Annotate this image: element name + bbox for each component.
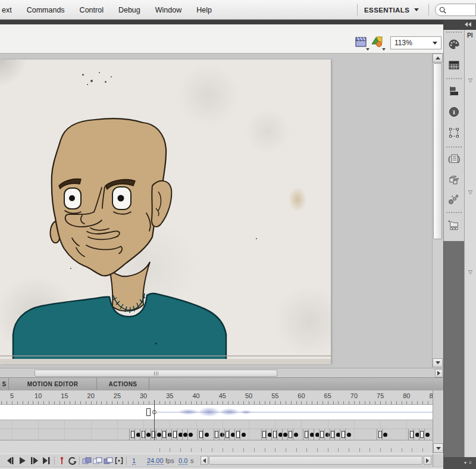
menu-item-commands[interactable]: Commands xyxy=(26,5,65,15)
timeline-ruler[interactable]: 510152025303540455055606570758085 xyxy=(0,390,433,405)
timeline-sound-layer-row[interactable] xyxy=(0,405,433,420)
frame-cell-divider xyxy=(345,429,346,440)
span-end-marker[interactable] xyxy=(236,431,240,438)
tab-actions[interactable]: ACTIONS xyxy=(97,378,149,390)
span-end-marker[interactable] xyxy=(199,431,203,438)
menu-item-window[interactable]: Window xyxy=(155,5,182,15)
svg-text:(: ( xyxy=(448,154,451,163)
dock-grip[interactable] xyxy=(446,78,462,80)
frame-tick xyxy=(359,448,360,452)
stage-vertical-scrollbar[interactable] xyxy=(432,54,443,368)
panel-resize-grip-icon[interactable]: ▾ ≡ xyxy=(464,460,472,465)
edit-multiple-frames-button[interactable] xyxy=(103,456,114,465)
frame-tick xyxy=(254,448,255,452)
section-collapse-icon[interactable]: ▽ xyxy=(468,189,472,195)
menu-item-debug[interactable]: Debug xyxy=(118,5,141,15)
stage-vertical-scroll-thumb[interactable] xyxy=(433,63,442,239)
span-end-marker[interactable] xyxy=(262,431,266,438)
ruler-label: 55 xyxy=(271,392,278,399)
code-snippets-icon[interactable]: ( ) xyxy=(447,151,461,167)
span-end-marker[interactable] xyxy=(320,431,324,438)
keyframe-marker[interactable] xyxy=(242,433,246,437)
span-end-marker[interactable] xyxy=(289,431,292,438)
search-input[interactable] xyxy=(435,4,476,16)
tab-motion-editor[interactable]: MOTION EDITOR xyxy=(9,378,97,390)
span-end-marker[interactable] xyxy=(173,431,177,438)
span-end-marker[interactable] xyxy=(305,431,308,438)
frame-cell-divider xyxy=(414,429,414,440)
menu-item-help[interactable]: Help xyxy=(196,5,212,15)
menu-item-control[interactable]: Control xyxy=(79,5,104,15)
frame-tick xyxy=(170,448,170,452)
keyframe-marker[interactable] xyxy=(425,433,430,437)
span-end-marker[interactable] xyxy=(162,431,166,438)
color-palette-icon[interactable] xyxy=(447,37,461,52)
onion-skin-outlines-button[interactable] xyxy=(92,456,103,465)
loop-playback-button[interactable] xyxy=(67,456,77,465)
sound-keyframe-marker[interactable] xyxy=(146,408,151,416)
edit-symbols-icon xyxy=(370,35,384,49)
onion-skin-button[interactable] xyxy=(82,456,92,465)
keyframe-marker[interactable] xyxy=(189,433,193,437)
ruler-tick xyxy=(201,401,202,404)
frame-cell-divider xyxy=(287,429,288,440)
timeline-below-layers-area[interactable] xyxy=(0,440,433,454)
keyframe-marker[interactable] xyxy=(383,433,387,437)
stage-horizontal-scroll-thumb[interactable] xyxy=(35,370,277,377)
zoom-level-dropdown[interactable]: 113% xyxy=(390,36,441,49)
keyframe-marker[interactable] xyxy=(205,433,209,437)
frame-rate-value[interactable]: 24.00 xyxy=(147,457,164,465)
align-icon[interactable] xyxy=(447,83,461,99)
span-end-marker[interactable] xyxy=(410,431,414,438)
frame-cell-divider xyxy=(314,429,314,440)
dock-grip[interactable] xyxy=(446,32,462,33)
span-end-marker[interactable] xyxy=(420,431,424,438)
span-end-marker[interactable] xyxy=(215,431,218,438)
info-icon[interactable]: i xyxy=(447,104,461,120)
dock-collapse-bar[interactable] xyxy=(443,20,476,30)
step-forward-button[interactable] xyxy=(29,456,39,465)
stage-canvas[interactable] xyxy=(0,60,331,364)
elapsed-time-value[interactable]: 0.0 xyxy=(178,457,187,465)
swatches-icon[interactable] xyxy=(447,58,461,73)
span-end-marker[interactable] xyxy=(342,431,345,438)
free-transform-icon[interactable] xyxy=(447,125,461,140)
keyframe-marker[interactable] xyxy=(294,433,298,437)
current-frame-value[interactable]: 1 xyxy=(132,457,136,465)
scroll-down-button[interactable] xyxy=(433,358,443,367)
edit-symbols-button[interactable] xyxy=(370,35,386,51)
edit-scene-button[interactable] xyxy=(354,35,369,51)
menu-item-ext[interactable]: ext xyxy=(1,5,12,15)
ruler-tick xyxy=(38,401,39,404)
span-end-marker[interactable] xyxy=(131,431,134,438)
stage-horizontal-scrollbar[interactable] xyxy=(0,368,443,377)
keyframe-marker[interactable] xyxy=(347,433,351,437)
workspace-switcher[interactable]: ESSENTIALS xyxy=(364,0,419,20)
collapse-to-icons-icon xyxy=(465,22,471,27)
motion-presets-icon[interactable] xyxy=(447,192,461,207)
timeline-horizontal-scroll-thumb[interactable] xyxy=(209,456,422,465)
timeline-scroll-right-button[interactable] xyxy=(424,456,431,465)
play-button[interactable] xyxy=(17,456,27,465)
section-collapse-icon[interactable]: ▽ xyxy=(468,269,472,275)
span-end-marker[interactable] xyxy=(331,431,334,438)
timeline-playhead[interactable] xyxy=(154,400,155,440)
components-icon[interactable] xyxy=(447,172,461,187)
timeline-scroll-left-button[interactable] xyxy=(201,456,208,465)
span-end-marker[interactable] xyxy=(226,431,229,438)
center-frame-button[interactable] xyxy=(57,456,67,465)
timeline-vertical-scrollbar[interactable] xyxy=(433,390,443,454)
tab-partial[interactable]: S xyxy=(0,378,9,390)
go-to-first-frame-button[interactable] xyxy=(5,456,15,465)
section-collapse-icon[interactable]: ▽ xyxy=(468,77,472,83)
scroll-up-button[interactable] xyxy=(433,54,443,62)
dock-grip[interactable] xyxy=(446,212,462,214)
stage-pasteboard[interactable] xyxy=(0,54,443,368)
scroll-down-button[interactable] xyxy=(433,443,443,453)
modify-markers-button[interactable] xyxy=(114,456,124,465)
go-to-end-button[interactable] xyxy=(40,456,51,465)
ruler-label: 60 xyxy=(298,392,305,399)
dock-grip[interactable] xyxy=(446,146,462,148)
scroll-right-button[interactable] xyxy=(435,369,443,377)
project-icon[interactable] xyxy=(447,217,461,233)
